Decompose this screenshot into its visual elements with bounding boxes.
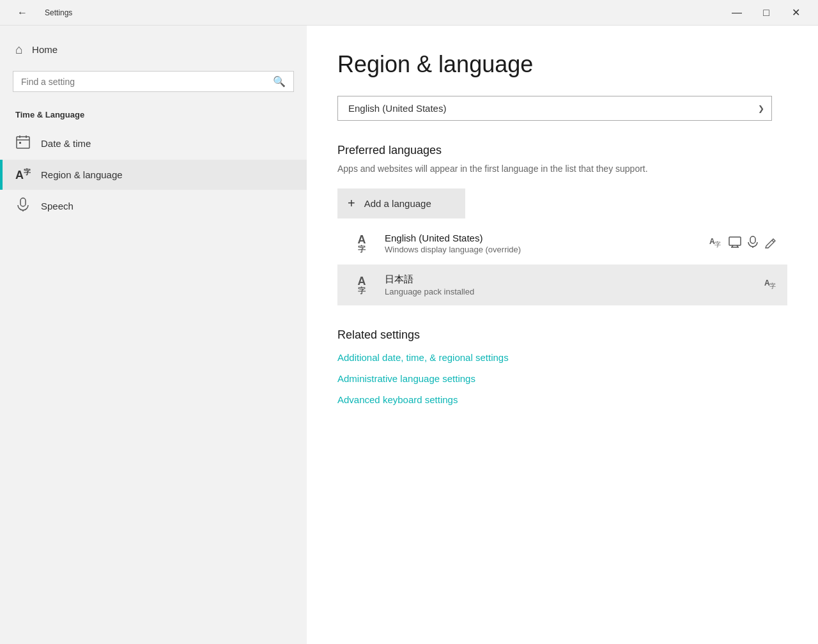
page-title: Region & language bbox=[337, 51, 787, 78]
svg-rect-5 bbox=[20, 198, 26, 206]
calendar-icon bbox=[15, 135, 31, 152]
related-settings-section: Related settings Additional date, time, … bbox=[337, 328, 787, 405]
english-lang-features: A 字 bbox=[709, 236, 777, 252]
date-time-label: Date & time bbox=[41, 138, 91, 149]
preferred-languages-desc: Apps and websites will appear in the fir… bbox=[337, 162, 787, 176]
preferred-languages-title: Preferred languages bbox=[337, 144, 787, 157]
handwriting-icon bbox=[764, 236, 777, 252]
main-layout: ⌂ Home 🔍 Time & Language Date & time A字 bbox=[0, 26, 818, 644]
back-button[interactable]: ← bbox=[8, 0, 37, 26]
minimize-icon: — bbox=[732, 7, 742, 19]
english-lang-info: English (United States) Windows display … bbox=[385, 233, 709, 254]
close-icon: ✕ bbox=[792, 6, 800, 19]
titlebar-controls: — □ ✕ bbox=[722, 0, 810, 26]
minimize-button[interactable]: — bbox=[722, 0, 752, 26]
japanese-lang-features: A 字 bbox=[764, 277, 777, 293]
add-language-button[interactable]: + Add a language bbox=[337, 188, 465, 218]
content-panel: Region & language English (United States… bbox=[307, 26, 818, 644]
region-language-label: Region & language bbox=[41, 169, 123, 180]
english-lang-icon: A字 bbox=[348, 234, 376, 253]
preferred-languages-section: Preferred languages Apps and websites wi… bbox=[337, 144, 787, 305]
country-dropdown[interactable]: English (United States) English (United … bbox=[337, 96, 772, 121]
speech-label: Speech bbox=[41, 201, 73, 211]
search-input[interactable] bbox=[21, 77, 273, 87]
japanese-lang-name: 日本語 bbox=[385, 273, 764, 286]
maximize-icon: □ bbox=[763, 7, 769, 19]
svg-text:字: 字 bbox=[714, 241, 721, 248]
add-language-label: Add a language bbox=[364, 198, 431, 209]
svg-rect-9 bbox=[729, 237, 741, 245]
sidebar-item-speech[interactable]: Speech bbox=[0, 190, 307, 222]
home-icon: ⌂ bbox=[15, 42, 23, 57]
advanced-keyboard-link[interactable]: Advanced keyboard settings bbox=[337, 394, 787, 405]
svg-line-15 bbox=[772, 240, 774, 242]
svg-rect-0 bbox=[17, 137, 29, 148]
language-item-english[interactable]: A字 English (United States) Windows displ… bbox=[337, 224, 787, 263]
search-icon: 🔍 bbox=[273, 75, 286, 88]
japanese-lang-pack-icon: A 字 bbox=[764, 277, 777, 293]
sidebar: ⌂ Home 🔍 Time & Language Date & time A字 bbox=[0, 26, 307, 644]
region-language-icon: A字 bbox=[15, 167, 31, 182]
country-dropdown-wrapper: English (United States) English (United … bbox=[337, 96, 772, 121]
plus-icon: + bbox=[348, 196, 355, 211]
back-icon: ← bbox=[17, 7, 27, 19]
english-lang-name: English (United States) bbox=[385, 233, 709, 243]
language-item-japanese[interactable]: A字 日本語 Language pack installed A 字 bbox=[337, 264, 787, 305]
admin-language-link[interactable]: Administrative language settings bbox=[337, 373, 787, 384]
sidebar-item-region-language[interactable]: A字 Region & language bbox=[0, 160, 307, 190]
speech-feature-icon bbox=[748, 236, 758, 252]
sidebar-section-label: Time & Language bbox=[0, 105, 307, 127]
svg-rect-13 bbox=[750, 236, 755, 243]
titlebar-left: ← Settings bbox=[8, 0, 72, 26]
japanese-lang-status: Language pack installed bbox=[385, 287, 764, 296]
titlebar: ← Settings — □ ✕ bbox=[0, 0, 818, 26]
svg-text:字: 字 bbox=[769, 282, 776, 289]
svg-rect-4 bbox=[19, 142, 21, 144]
sidebar-home-label: Home bbox=[32, 44, 58, 55]
related-settings-title: Related settings bbox=[337, 328, 787, 342]
maximize-button[interactable]: □ bbox=[752, 0, 781, 26]
english-lang-status: Windows display language (override) bbox=[385, 245, 709, 254]
display-lang-icon bbox=[729, 236, 741, 251]
japanese-lang-icon: A字 bbox=[348, 275, 376, 295]
lang-pack-icon: A 字 bbox=[709, 236, 722, 252]
additional-date-time-link[interactable]: Additional date, time, & regional settin… bbox=[337, 352, 787, 363]
search-box: 🔍 bbox=[13, 71, 294, 92]
titlebar-title: Settings bbox=[45, 8, 72, 17]
japanese-lang-info: 日本語 Language pack installed bbox=[385, 273, 764, 296]
close-button[interactable]: ✕ bbox=[781, 0, 810, 26]
speech-icon bbox=[15, 197, 31, 215]
sidebar-home[interactable]: ⌂ Home bbox=[0, 36, 307, 63]
sidebar-item-date-time[interactable]: Date & time bbox=[0, 127, 307, 160]
